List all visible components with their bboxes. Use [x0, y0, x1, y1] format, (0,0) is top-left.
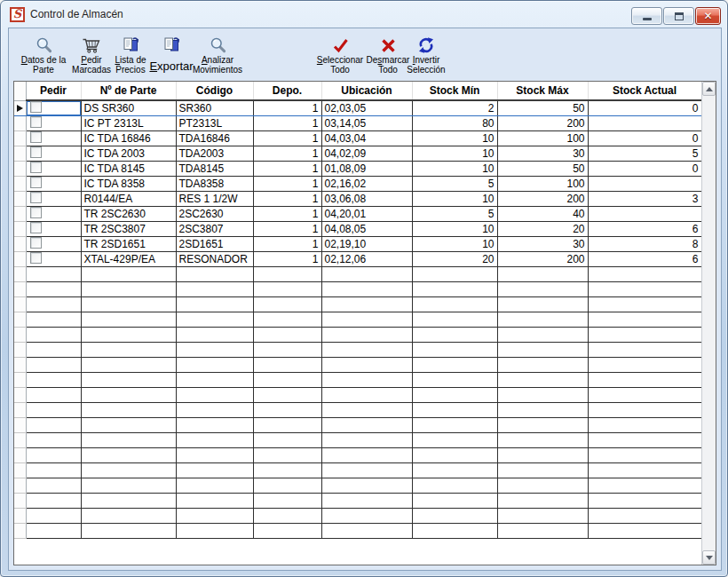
cell-codigo[interactable]: TDA8145	[176, 161, 253, 176]
cell-depo[interactable]: 1	[253, 191, 321, 206]
cell-ubicacion[interactable]: 02,12,06	[321, 251, 412, 266]
cell-stock_actual[interactable]: 0	[588, 100, 701, 115]
titlebar[interactable]: S Control de Almacén ✕	[1, 1, 727, 28]
toolbar-button-lista-de-precios[interactable]: Lista dePrecios	[109, 33, 152, 79]
cell-pedir[interactable]	[26, 206, 81, 221]
pedir-checkbox[interactable]	[30, 131, 42, 143]
toolbar-button-exportar[interactable]: Exportar	[147, 33, 195, 79]
cell-parte[interactable]: IC PT 2313L	[81, 115, 176, 130]
cell-stock_min[interactable]: 10	[412, 191, 497, 206]
cell-stock_actual[interactable]: 5	[588, 146, 701, 161]
cell-stock_max[interactable]: 200	[497, 115, 588, 130]
cell-stock_min[interactable]: 10	[412, 146, 497, 161]
cell-codigo[interactable]: TDA8358	[176, 176, 253, 191]
cell-stock_max[interactable]: 100	[497, 130, 588, 146]
cell-parte[interactable]: TR 2SD1651	[81, 236, 176, 251]
toolbar-button-pedir-marcadas[interactable]: PedirMarcadas	[67, 33, 115, 79]
cell-stock_actual[interactable]	[588, 206, 701, 221]
cell-codigo[interactable]: 2SC2630	[176, 206, 253, 221]
cell-parte[interactable]: XTAL-429P/EA	[81, 251, 176, 266]
cell-depo[interactable]: 1	[253, 236, 321, 251]
cell-codigo[interactable]: 2SC3807	[176, 221, 253, 236]
vertical-scrollbar[interactable]	[701, 82, 716, 565]
cell-parte[interactable]: R0144/EA	[81, 191, 176, 206]
cell-codigo[interactable]: SR360	[176, 100, 253, 115]
cell-ubicacion[interactable]: 04,03,04	[321, 130, 412, 146]
cell-pedir[interactable]	[26, 176, 81, 191]
pedir-checkbox[interactable]	[30, 162, 42, 173]
cell-pedir[interactable]	[26, 161, 81, 176]
cell-ubicacion[interactable]: 03,06,08	[321, 191, 412, 206]
cell-stock_min[interactable]: 80	[412, 115, 497, 130]
cell-stock_min[interactable]: 2	[412, 100, 497, 115]
cell-stock_max[interactable]: 30	[497, 146, 588, 161]
cell-stock_min[interactable]: 5	[412, 176, 497, 191]
cell-stock_actual[interactable]: 0	[588, 130, 701, 146]
cell-ubicacion[interactable]: 02,19,10	[321, 236, 412, 251]
cell-depo[interactable]: 1	[253, 221, 321, 236]
toolbar-button-invertir-seleccion[interactable]: InvertirSelección	[403, 33, 449, 79]
cell-parte[interactable]: TR 2SC2630	[81, 206, 176, 221]
cell-stock_min[interactable]: 10	[412, 130, 497, 146]
cell-parte[interactable]: IC TDA 8145	[81, 161, 176, 176]
cell-depo[interactable]: 1	[253, 176, 321, 191]
cell-stock_max[interactable]: 30	[497, 236, 588, 251]
cell-codigo[interactable]: RES 1 1/2W	[176, 191, 253, 206]
cell-pedir[interactable]	[26, 115, 81, 130]
cell-depo[interactable]: 1	[253, 251, 321, 266]
cell-stock_actual[interactable]	[588, 176, 701, 191]
cell-codigo[interactable]: TDA2003	[176, 146, 253, 161]
cell-pedir[interactable]	[26, 191, 81, 206]
pedir-checkbox[interactable]	[30, 207, 42, 218]
cell-stock_min[interactable]: 5	[412, 206, 497, 221]
close-button[interactable]: ✕	[695, 7, 721, 25]
cell-pedir[interactable]	[26, 221, 81, 236]
cell-codigo[interactable]: PT2313L	[176, 115, 253, 130]
cell-ubicacion[interactable]: 04,08,05	[321, 221, 412, 236]
cell-stock_max[interactable]: 200	[497, 251, 588, 266]
cell-pedir[interactable]	[26, 100, 81, 115]
cell-stock_max[interactable]: 50	[497, 100, 588, 115]
pedir-checkbox[interactable]	[30, 252, 42, 264]
cell-parte[interactable]: TR 2SC3807	[81, 221, 176, 236]
cell-stock_min[interactable]: 10	[412, 161, 497, 176]
cell-depo[interactable]: 1	[253, 115, 321, 130]
cell-stock_max[interactable]: 50	[497, 161, 588, 176]
cell-pedir[interactable]	[26, 236, 81, 251]
pedir-checkbox[interactable]	[30, 237, 42, 249]
pedir-checkbox[interactable]	[30, 222, 42, 233]
cell-parte[interactable]: DS SR360	[81, 100, 176, 115]
cell-stock_actual[interactable]	[588, 115, 701, 130]
minimize-button[interactable]	[631, 7, 662, 25]
cell-ubicacion[interactable]: 02,03,05	[321, 100, 412, 115]
cell-stock_min[interactable]: 10	[412, 236, 497, 251]
cell-stock_actual[interactable]: 3	[588, 191, 701, 206]
cell-stock_actual[interactable]: 8	[588, 236, 701, 251]
cell-depo[interactable]: 1	[253, 100, 321, 115]
toolbar-button-datos-de-la-parte[interactable]: Datos de laParte	[17, 33, 70, 79]
cell-ubicacion[interactable]: 03,14,05	[321, 115, 412, 130]
scroll-down-button[interactable]	[702, 550, 716, 565]
cell-pedir[interactable]	[26, 130, 81, 146]
cell-ubicacion[interactable]: 04,02,09	[321, 146, 412, 161]
cell-stock_max[interactable]: 100	[497, 176, 588, 191]
toolbar-button-seleccionar-todo[interactable]: SeleccionarTodo	[313, 33, 367, 79]
cell-stock_actual[interactable]: 6	[588, 251, 701, 266]
cell-parte[interactable]: IC TDA 8358	[81, 176, 176, 191]
cell-ubicacion[interactable]: 02,16,02	[321, 176, 412, 191]
cell-stock_max[interactable]: 20	[497, 221, 588, 236]
pedir-checkbox[interactable]	[30, 146, 42, 158]
cell-stock_min[interactable]: 10	[412, 221, 497, 236]
cell-stock_actual[interactable]: 0	[588, 161, 701, 176]
cell-stock_actual[interactable]: 6	[588, 221, 701, 236]
maximize-button[interactable]	[663, 7, 694, 25]
cell-stock_max[interactable]: 200	[497, 191, 588, 206]
cell-stock_min[interactable]: 20	[412, 251, 497, 266]
cell-parte[interactable]: IC TDA 2003	[81, 146, 176, 161]
cell-depo[interactable]: 1	[253, 130, 321, 146]
cell-depo[interactable]: 1	[253, 206, 321, 221]
cell-codigo[interactable]: 2SD1651	[176, 236, 253, 251]
pedir-checkbox[interactable]	[30, 192, 42, 203]
cell-ubicacion[interactable]: 04,20,01	[321, 206, 412, 221]
toolbar-button-analizar-movimientos[interactable]: AnalizarMovimientos	[189, 33, 246, 79]
